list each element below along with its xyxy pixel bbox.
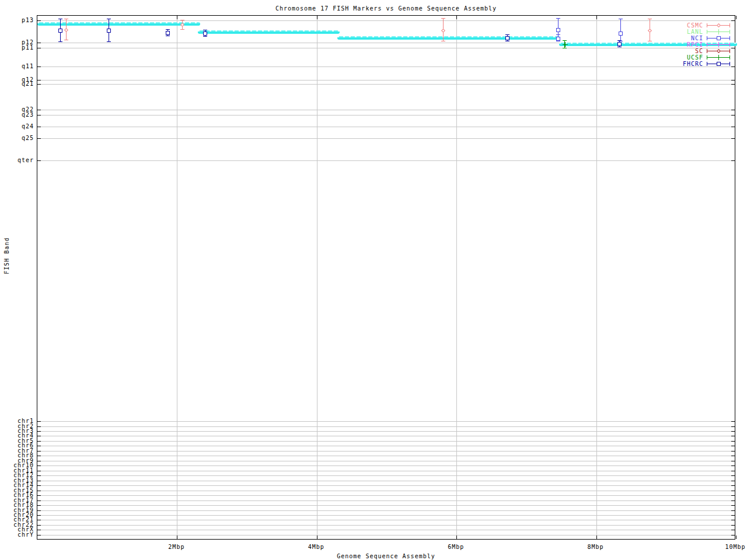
xtick-top-10Mbp: [736, 16, 736, 19]
ytick-right-chrY: [731, 535, 735, 536]
ytick-left-chr1: [37, 421, 41, 422]
gridline-chr15: [37, 491, 735, 491]
y-axis-title: FISH Band: [4, 237, 10, 274]
ytick-right-chr6: [731, 446, 735, 446]
ytick-right-qter: [731, 160, 735, 161]
ytick-left-q25: [37, 138, 41, 139]
xtick-bottom-10Mbp: [736, 536, 736, 539]
ytick-right-chr19: [731, 510, 735, 511]
ytick-right-q22: [731, 110, 735, 110]
gridline-q12: [37, 80, 735, 80]
gridline-chr4: [37, 436, 735, 436]
legend-label-csmc: CSMC: [687, 22, 703, 29]
ytick-right-chr21: [731, 520, 735, 520]
xtick-bottom-2Mbp: [177, 536, 177, 539]
ytick-left-q23: [37, 115, 41, 116]
ytick-left-q24: [37, 127, 41, 127]
plot-area: [37, 15, 735, 540]
legend-sample-rpci: [707, 42, 730, 47]
y-tick-label-qter: qter: [18, 157, 34, 163]
legend-label-lanl: LANL: [687, 29, 703, 35]
chart-canvas: Chromosome 17 FISH Markers vs Genome Seq…: [0, 0, 747, 560]
y-tick-label-q21: q21: [22, 80, 34, 87]
ytick-left-chr11: [37, 471, 41, 471]
gridline-chr13: [37, 481, 735, 481]
ytick-right-chr2: [731, 426, 735, 427]
gridline-chr7: [37, 451, 735, 452]
ytick-right-chr10: [731, 466, 735, 466]
x-tick-label-10Mbp: 10Mbp: [725, 544, 745, 550]
gridline-q22: [37, 110, 735, 110]
x-tick-label-6Mbp: 6Mbp: [448, 544, 464, 550]
ytick-right-chr11: [731, 471, 735, 471]
ytick-left-chr4: [37, 436, 41, 436]
gridline-chr5: [37, 441, 735, 442]
legend-label-sc: SC: [695, 48, 703, 54]
ytick-right-chr5: [731, 441, 735, 442]
ytick-left-p13: [37, 20, 41, 21]
gridline-8Mbp: [596, 16, 597, 539]
ytick-right-chr3: [731, 431, 735, 432]
y-tick-label-q24: q24: [22, 123, 34, 130]
gridline-chr20: [37, 515, 735, 516]
ytick-left-q21: [37, 84, 41, 85]
ytick-right-q21: [731, 84, 735, 85]
ytick-left-chr16: [37, 495, 41, 496]
gridline-chrY: [37, 535, 735, 536]
gridline-chr8: [37, 456, 735, 456]
ytick-right-chr4: [731, 436, 735, 436]
ytick-right-p13: [731, 20, 735, 21]
ytick-left-chrX: [37, 530, 41, 530]
ytick-right-q24: [731, 127, 735, 127]
ytick-right-q12: [731, 80, 735, 80]
gridline-q21: [37, 84, 735, 85]
x-tick-label-4Mbp: 4Mbp: [308, 544, 324, 550]
gridline-chrX: [37, 530, 735, 530]
legend-sample-ucsf: [707, 55, 730, 60]
gridline-chr18: [37, 505, 735, 506]
gridline-p13: [37, 20, 735, 21]
xtick-bottom-6Mbp: [456, 536, 457, 539]
legend-entry-csmc: CSMC: [0, 25, 747, 32]
ytick-left-qter: [37, 160, 41, 161]
ytick-right-q23: [731, 115, 735, 116]
legend-label-nci: NCI: [691, 35, 703, 41]
legend-sample-csmc: [707, 23, 730, 28]
ytick-left-chr6: [37, 446, 41, 446]
legend-entry-fhcrc: FHCRC: [0, 64, 747, 70]
y-tick-label-q23: q23: [22, 111, 34, 118]
ytick-right-chr18: [731, 505, 735, 506]
gridline-chr9: [37, 461, 735, 461]
y-tick-label-chrY: chrY: [18, 531, 34, 538]
ytick-left-chr20: [37, 515, 41, 516]
ytick-left-chr9: [37, 461, 41, 461]
xtick-top-6Mbp: [456, 16, 457, 19]
ytick-left-chr3: [37, 431, 41, 432]
ytick-left-chr10: [37, 466, 41, 466]
xtick-top-4Mbp: [317, 16, 317, 19]
chart-title: Chromosome 17 FISH Markers vs Genome Seq…: [37, 5, 735, 12]
gridline-chr21: [37, 520, 735, 520]
ytick-left-chr5: [37, 441, 41, 442]
legend-sample-nci: [707, 36, 730, 41]
gridline-q25: [37, 138, 735, 139]
xtick-top-8Mbp: [596, 16, 597, 19]
legend-entry-ucsf: UCSF: [0, 57, 747, 64]
gridline-2Mbp: [177, 16, 177, 539]
legend-sample-fhcrc: [707, 61, 730, 66]
legend-entry-sc: SC: [0, 51, 747, 57]
y-tick-label-p13: p13: [22, 17, 34, 23]
gridline-q23: [37, 115, 735, 116]
legend-entry-nci: NCI: [0, 38, 747, 44]
gridline-chr17: [37, 501, 735, 501]
ytick-right-chr1: [731, 421, 735, 422]
ytick-left-q22: [37, 110, 41, 110]
ytick-left-chr8: [37, 456, 41, 456]
legend-label-fhcrc: FHCRC: [683, 61, 703, 67]
gridline-chr22: [37, 525, 735, 526]
ytick-right-chr17: [731, 501, 735, 501]
xtick-bottom-8Mbp: [596, 536, 597, 539]
gridline-chr16: [37, 495, 735, 496]
xtick-top-2Mbp: [177, 16, 177, 19]
ytick-left-chr7: [37, 451, 41, 452]
